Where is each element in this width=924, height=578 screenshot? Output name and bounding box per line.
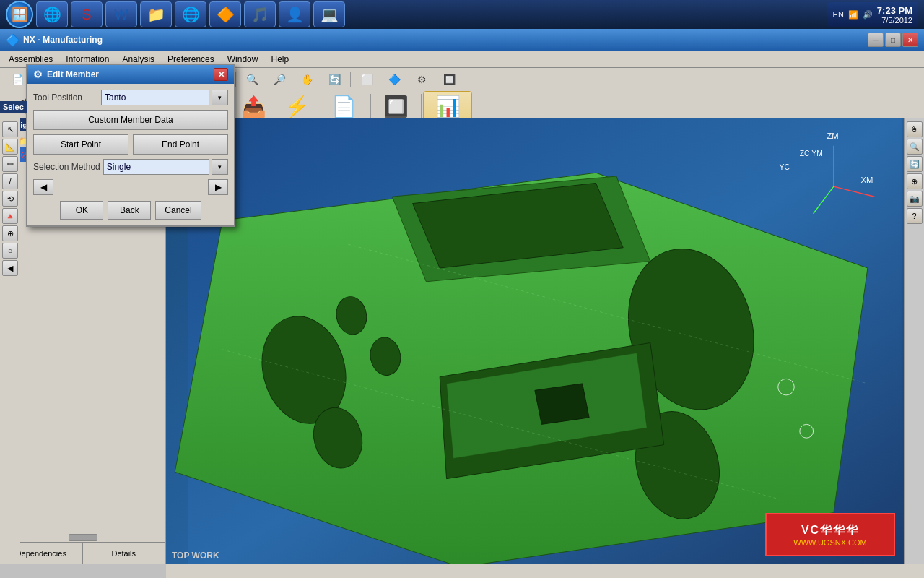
taskbar-app-4[interactable]: 📁 xyxy=(140,1,172,27)
start-point-label: Start Point xyxy=(61,139,101,150)
dialog-close-button[interactable]: ✕ xyxy=(214,68,228,81)
close-button[interactable]: ✕ xyxy=(902,33,918,47)
start-point-button[interactable]: Start Point xyxy=(33,134,128,155)
tb-view4[interactable]: 🔲 xyxy=(436,70,462,89)
clock: 7:23 PM 7/5/2012 xyxy=(877,5,912,25)
minimize-button[interactable]: ─ xyxy=(868,33,884,47)
selection-method-input[interactable]: Single xyxy=(103,159,209,175)
lit-tool3[interactable]: / xyxy=(2,173,18,189)
3d-part-view: ZM ZC YM YC XM xyxy=(166,118,924,578)
taskbar-app-7[interactable]: 🎵 xyxy=(244,1,276,27)
lit-tool7[interactable]: ○ xyxy=(2,243,18,259)
scroll-thumb[interactable] xyxy=(69,534,97,541)
volume-icon: 🔊 xyxy=(863,10,873,20)
tb-sep-4 xyxy=(350,72,351,87)
tb-pan[interactable]: ✋ xyxy=(294,70,320,89)
back-label: Back xyxy=(120,205,139,215)
dialog-title-bar: ⚙ Edit Member ✕ xyxy=(27,65,234,84)
tb-zoom-in[interactable]: 🔎 xyxy=(266,70,292,89)
nav-next-button[interactable]: ▶ xyxy=(208,179,228,195)
rt-btn-6[interactable]: ? xyxy=(907,208,923,224)
navigation-row: ◀ ▶ xyxy=(33,179,228,195)
lit-select[interactable]: ↖ xyxy=(2,121,18,137)
svg-text:ZC YM: ZC YM xyxy=(800,150,823,158)
system-tray: EN 📶 🔊 7:23 PM 7/5/2012 xyxy=(827,2,918,27)
right-toolbar: 🖱 🔍 🔄 ⊕ 📷 ? xyxy=(904,118,924,578)
lit-tool5[interactable]: 🔺 xyxy=(2,208,18,224)
cancel-button[interactable]: Cancel xyxy=(155,201,201,220)
tb-sep-3 xyxy=(235,72,236,87)
tb-rotate[interactable]: 🔄 xyxy=(321,70,347,89)
tb-view1[interactable]: ⬜ xyxy=(354,70,380,89)
watermark-text: VC华华华 xyxy=(801,523,859,538)
panel-bottom: Dependencies Details xyxy=(0,542,165,564)
tb-view2[interactable]: 🔷 xyxy=(381,70,407,89)
svg-text:XM: XM xyxy=(860,176,873,184)
rt-btn-1[interactable]: 🖱 xyxy=(907,121,923,137)
action-buttons-row: OK Back Cancel xyxy=(33,201,228,220)
lit-tool1[interactable]: 📐 xyxy=(2,139,18,155)
dialog-title-text: Edit Member xyxy=(47,69,99,79)
taskbar-app-9[interactable]: 💻 xyxy=(313,1,345,27)
lit-tool2[interactable]: ✏ xyxy=(2,156,18,172)
svg-marker-12 xyxy=(535,384,589,424)
ok-label: OK xyxy=(76,205,88,215)
taskbar-app-1[interactable]: 🌐 xyxy=(36,1,68,27)
selection-method-label: Selection Method xyxy=(33,162,100,172)
nav-prev-button[interactable]: ◀ xyxy=(33,179,53,195)
select-label: Selec xyxy=(0,101,27,113)
show2d-icon: 🔲 xyxy=(383,95,409,118)
taskbar-app-8[interactable]: 👤 xyxy=(279,1,310,27)
watermark: VC华华华 WWW.UGSNX.COM xyxy=(765,513,895,556)
app-title: NX - Manufacturing xyxy=(23,35,866,45)
taskbar-app-3[interactable]: W xyxy=(105,1,137,27)
tool-position-row: Tool Position Tanto ▾ xyxy=(33,90,228,105)
app-window: 🔷 NX - Manufacturing ─ □ ✕ Assemblies In… xyxy=(0,29,924,578)
locale-indicator[interactable]: EN xyxy=(833,10,844,19)
viewport[interactable]: ZM ZC YM YC XM TOP WORK VC华华华 WWW.UGSNX.… xyxy=(166,118,924,578)
restore-button[interactable]: □ xyxy=(885,33,901,47)
selection-method-dropdown[interactable]: ▾ xyxy=(212,159,228,175)
custom-member-data-button[interactable]: Custom Member Data xyxy=(33,110,228,130)
view-label: TOP WORK xyxy=(172,551,219,561)
custom-member-data-label: Custom Member Data xyxy=(88,115,173,125)
tb-view3[interactable]: ⚙ xyxy=(409,70,435,89)
tb-zoom-fit[interactable]: 🔍 xyxy=(239,70,265,89)
back-button[interactable]: Back xyxy=(108,201,151,220)
app-icon: 🔷 xyxy=(6,33,20,47)
panel-scrollbar[interactable] xyxy=(0,532,165,542)
start-end-row: Start Point End Point xyxy=(33,134,228,155)
end-point-button[interactable]: End Point xyxy=(133,134,228,155)
rt-btn-5[interactable]: 📷 xyxy=(907,191,923,207)
lit-collapse[interactable]: ◀ xyxy=(2,260,18,276)
tab-details[interactable]: Details xyxy=(83,543,166,564)
watermark-url: WWW.UGSNX.COM xyxy=(793,538,866,547)
svg-text:ZM: ZM xyxy=(827,131,838,140)
network-icon: 📶 xyxy=(848,10,858,20)
taskbar: 🪟 🌐 S W 📁 🌐 🔶 🎵 👤 💻 EN 📶 🔊 7:23 PM 7/5/2… xyxy=(0,0,924,29)
post-icon: ⚡ xyxy=(284,95,310,118)
rt-btn-3[interactable]: 🔄 xyxy=(907,156,923,172)
shop-icon: 📄 xyxy=(331,95,357,118)
menu-help[interactable]: Help xyxy=(265,53,295,66)
edit-member-dialog: ⚙ Edit Member ✕ Tool Position Tanto ▾ Cu… xyxy=(26,64,235,227)
selection-method-row: Selection Method Single ▾ xyxy=(33,159,228,175)
taskbar-app-5[interactable]: 🌐 xyxy=(175,1,206,27)
taskbar-app-2[interactable]: S xyxy=(71,1,103,27)
left-icon-toolbar: ↖ 📐 ✏ / ⟲ 🔺 ⊕ ○ ◀ xyxy=(0,118,20,564)
start-button[interactable]: 🪟 xyxy=(6,1,33,28)
lit-tool6[interactable]: ⊕ xyxy=(2,225,18,241)
status-bar xyxy=(166,564,924,578)
tool-position-dropdown[interactable]: ▾ xyxy=(212,90,228,105)
tool-position-input[interactable]: Tanto xyxy=(101,90,209,105)
end-point-label: End Point xyxy=(162,139,199,150)
lit-tool4[interactable]: ⟲ xyxy=(2,191,18,207)
rt-btn-4[interactable]: ⊕ xyxy=(907,173,923,189)
panel-tabs: Dependencies Details xyxy=(0,543,165,564)
prog-order-icon: 📊 xyxy=(435,95,461,118)
taskbar-app-6[interactable]: 🔶 xyxy=(209,1,241,27)
ok-button[interactable]: OK xyxy=(60,201,103,220)
rt-btn-2[interactable]: 🔍 xyxy=(907,139,923,155)
title-bar: 🔷 NX - Manufacturing ─ □ ✕ xyxy=(0,29,924,51)
dialog-icon: ⚙ xyxy=(33,69,43,80)
